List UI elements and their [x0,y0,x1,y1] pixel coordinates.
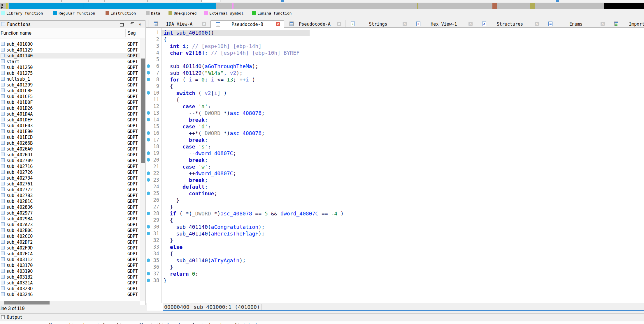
function-row[interactable]: sub_403246GDPT [0,291,140,297]
function-row[interactable]: sub_401299GDPT [0,82,140,88]
function-row[interactable]: sub_402734GDPT [0,175,140,181]
tab-hex-view-1[interactable]: Hex View-1× [411,20,477,27]
function-row[interactable]: sub_40323DGDPT [0,286,140,291]
code-line[interactable]: 33 else [146,244,644,250]
function-row[interactable]: sub_402B0CGDPT [0,227,140,233]
function-row[interactable]: sub_402FCAGDPT [0,251,140,256]
code-line[interactable]: 20 break; [146,157,644,163]
code-line[interactable]: 7 sub_401129("%14s", v2); [146,70,644,76]
tab-close-icon[interactable]: × [202,22,206,26]
function-row[interactable]: sub_403112GDPT [0,256,140,262]
code-line[interactable]: 38} [146,277,644,284]
function-row[interactable]: sub_402726GDPT [0,169,140,175]
code-line[interactable]: 11 { [146,96,644,103]
code-line[interactable]: 29 { [146,217,644,224]
column-function-name[interactable]: Function name [1,31,31,36]
code-line[interactable]: 18 case 's': [146,143,644,150]
tab-close-icon[interactable]: × [468,22,473,26]
close-button[interactable]: × [137,22,143,26]
tab-pseudocode-b[interactable]: Pseudocode-B× [210,20,284,28]
navband-position-marker[interactable] [6,3,8,9]
function-row[interactable]: sub_401E90GDPT [0,128,140,134]
tab-enums[interactable]: Enums× [543,20,609,27]
function-row[interactable]: sub_401275GDPT [0,70,140,76]
function-row[interactable]: sub_402709GDPT [0,157,140,163]
functions-title-bar[interactable]: Functions × [0,21,145,28]
function-row[interactable]: nullsub_1GDPT [0,76,140,82]
function-row[interactable]: sub_401000GDPT [0,41,140,47]
function-row[interactable]: sub_402DF2GDPT [0,239,140,245]
function-row[interactable]: sub_4029BAGDPT [0,216,140,222]
code-line[interactable]: 2{ [146,36,644,43]
code-line[interactable]: 27 } [146,203,644,210]
tab-imports[interactable]: Imports× [609,20,644,27]
code-line[interactable]: 13 --*(_DWORD *)asc_408078; [146,110,644,116]
pseudocode-view[interactable]: 1int sub_401000()2{3 int i; // [esp+10h]… [146,28,644,303]
code-line[interactable]: 30 sub_401140(aCongratulation); [146,224,644,230]
tab-structures[interactable]: Structures× [477,20,543,27]
code-line[interactable]: 8 for ( i = 0; i <= 13; ++i ) [146,76,644,83]
function-row[interactable]: sub_4031B2GDPT [0,274,140,280]
tab-close-icon[interactable]: × [601,22,605,26]
code-line[interactable]: 28 if ( *(_DWORD *)asc_408078 == 5 && dw… [146,210,644,217]
code-line[interactable]: 17 break; [146,137,644,143]
code-line[interactable]: 15 case 'd': [146,123,644,130]
function-row[interactable]: sub_401D0FGDPT [0,99,140,105]
code-line[interactable]: 25 continue; [146,190,644,197]
code-line[interactable]: 19 --dword_40807C; [146,150,644,157]
function-row[interactable]: sub_402772GDPT [0,187,140,192]
function-row[interactable]: sub_402836GDPT [0,204,140,210]
functions-vertical-scrollbar[interactable] [140,38,145,301]
navigation-band[interactable] [0,3,644,9]
function-row[interactable]: sub_401250GDPT [0,64,140,70]
function-row[interactable]: sub_402977GDPT [0,210,140,216]
code-line[interactable]: 37 return 0; [146,270,644,277]
tab-pseudocode-a[interactable]: Pseudocode-A× [284,20,345,27]
function-row[interactable]: sub_402A73GDPT [0,222,140,227]
tab-close-icon[interactable]: × [535,22,539,26]
function-row[interactable]: sub_40321AGDPT [0,280,140,286]
code-line[interactable]: 26 } [146,197,644,203]
code-line[interactable]: 23 break; [146,177,644,183]
code-line[interactable]: 21 case 'w': [146,163,644,170]
code-line[interactable]: 32 } [146,237,644,244]
function-row[interactable]: sub_401DEFGDPT [0,117,140,123]
function-row[interactable]: sub_401E03GDPT [0,123,140,128]
function-row[interactable]: sub_401D4AGDPT [0,111,140,117]
code-line[interactable]: 3 int i; // [esp+10h] [ebp-14h] [146,43,644,49]
function-row[interactable]: sub_401CF5GDPT [0,93,140,99]
function-row[interactable]: sub_401ECDGDPT [0,134,140,140]
function-row[interactable]: sub_401CBEGDPT [0,88,140,93]
tab-ida-view-a[interactable]: IDA View-A× [148,20,210,27]
tab-close-icon[interactable]: × [403,22,407,26]
function-row[interactable]: sub_40281CGDPT [0,198,140,204]
function-row[interactable]: sub_401129GDPT [0,47,140,53]
code-line[interactable]: 22 ++dword_40807C; [146,170,644,177]
code-line[interactable]: 10 switch ( v2[i] ) [146,90,644,96]
scrollbar-thumb[interactable] [141,59,145,163]
navband-right-arrow-icon[interactable] [1,6,3,9]
function-row[interactable]: sub_402F9DGDPT [0,245,140,251]
code-line[interactable]: 1int sub_401000() [146,29,644,36]
code-line[interactable]: 24 default: [146,183,644,190]
code-line[interactable]: 12 case 'a': [146,103,644,110]
output-console[interactable]: Propagating type information... The init… [0,321,644,324]
code-line[interactable]: 9 { [146,83,644,90]
function-row[interactable]: sub_402CC0GDPT [0,233,140,239]
code-line[interactable]: 5 [146,56,644,63]
function-row[interactable]: sub_4026A0GDPT [0,146,140,152]
function-row[interactable]: sub_4026D1GDPT [0,152,140,157]
navband-left-arrow-icon[interactable] [1,4,3,6]
column-segment[interactable]: Seg [127,31,136,36]
code-line[interactable]: 34 { [146,250,644,257]
code-line[interactable]: 14 break; [146,116,644,123]
tab-close-icon[interactable]: × [337,22,341,26]
maximize-button[interactable] [119,22,124,26]
scrollbar-thumb[interactable] [4,301,50,304]
function-row[interactable]: sub_402783GDPT [0,192,140,198]
function-row[interactable]: startGDPT [0,59,140,64]
code-line[interactable]: 36 } [146,264,644,270]
toolbar-icon[interactable] [556,0,559,2]
function-row[interactable]: sub_401140GDPT [0,53,140,59]
tab-strings[interactable]: Strings× [345,20,411,27]
